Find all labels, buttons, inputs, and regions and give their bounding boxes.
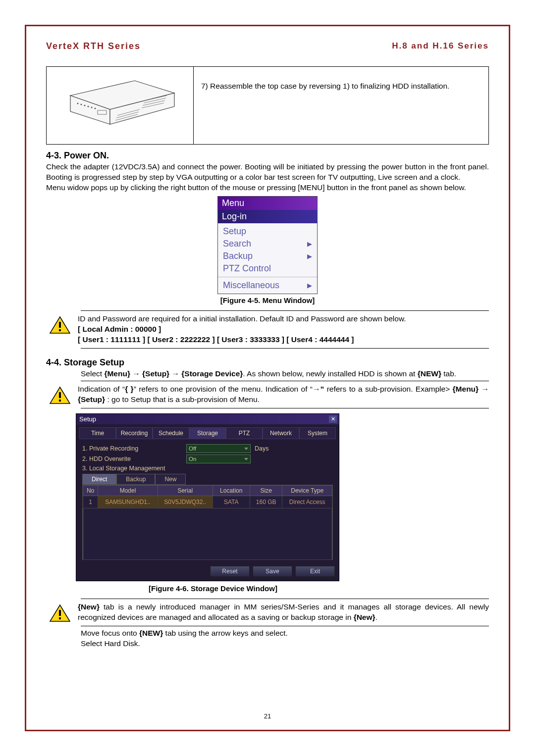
cell: Direct Access: [282, 496, 332, 508]
menu-ptz[interactable]: PTZ Control: [222, 262, 313, 275]
header-left: VerteX RTH Series: [46, 41, 141, 51]
svg-rect-22: [59, 400, 61, 402]
opt-private-recording: 1. Private Recording: [82, 445, 186, 452]
svg-rect-25: [59, 617, 61, 619]
menu-backup[interactable]: Backup▶: [222, 250, 313, 262]
tab-system[interactable]: System: [299, 427, 336, 439]
section-4-4-title: 4-4. Storage Setup: [46, 357, 489, 368]
tab-time[interactable]: Time: [79, 427, 116, 439]
svg-rect-19: [59, 329, 61, 331]
reset-button[interactable]: Reset: [210, 566, 250, 577]
close-icon[interactable]: ✕: [329, 415, 337, 423]
note1-l2: [ Local Admin : 00000 ]: [78, 325, 161, 333]
table-row[interactable]: 1 SAMSUNGHD1.. S0V5JDWQ32.. SATA 160 GB …: [83, 496, 332, 508]
subtab-new[interactable]: New: [155, 474, 186, 485]
opt-hdd-overwrite: 2. HDD Overwrite: [82, 455, 186, 462]
cell: SATA: [213, 496, 250, 508]
exit-button[interactable]: Exit: [295, 566, 335, 577]
menu-window: Menu Log-in Setup Search▶ Backup▶ PTZ Co…: [217, 196, 318, 294]
dd-value: Off: [189, 445, 196, 453]
section-4-3-title: 4-3. Power ON.: [46, 151, 489, 161]
note2-text: Indication of “{ }” refers to one provis…: [78, 384, 489, 405]
svg-rect-18: [59, 322, 61, 328]
note1-l1: ID and Password are required for a initi…: [78, 314, 406, 323]
caution-icon: [49, 386, 71, 405]
chevron-right-icon: ▶: [307, 252, 312, 260]
menu-login[interactable]: Log-in: [218, 210, 317, 223]
subtab-backup[interactable]: Backup: [116, 474, 155, 485]
menu-search-label: Search: [223, 239, 251, 249]
svg-point-10: [77, 103, 79, 104]
caution-icon: [49, 316, 71, 335]
tail-l2: Select Hard Disk.: [81, 639, 489, 649]
page-number: 21: [26, 712, 509, 720]
save-button[interactable]: Save: [253, 566, 292, 577]
menu-search[interactable]: Search▶: [222, 238, 313, 250]
step-7-text: 7) Reassemble the top case by reversing …: [194, 67, 488, 144]
svg-point-13: [88, 106, 89, 107]
chevron-down-icon: [244, 448, 248, 450]
menu-header: Menu: [218, 197, 317, 210]
menu-misc-label: Miscellaneous: [223, 280, 279, 291]
svg-point-12: [84, 105, 86, 106]
figure-4-5-caption: [Figure 4-5. Menu Window]: [46, 296, 489, 304]
dvr-illustration: [60, 71, 179, 140]
tail-l1: Move focus onto {NEW} tab using the arro…: [81, 628, 489, 639]
svg-point-15: [95, 108, 96, 109]
col-model: Model: [98, 486, 158, 496]
note3-text: {New} tab is a newly introduced manager …: [78, 602, 489, 623]
menu-setup-label: Setup: [223, 226, 246, 237]
caution-icon: [49, 604, 71, 623]
tab-storage[interactable]: Storage: [189, 427, 226, 439]
menu-misc[interactable]: Miscellaneous▶: [222, 279, 313, 292]
cell: SAMSUNGHD1..: [98, 496, 158, 508]
opt-local-storage: 3. Local Storage Management: [82, 465, 165, 472]
header-right: H.8 and H.16 Series: [392, 41, 489, 51]
svg-point-11: [81, 104, 82, 105]
dd-value: On: [189, 455, 196, 463]
tab-network[interactable]: Network: [263, 427, 299, 439]
setup-title: Setup: [79, 415, 96, 423]
note1-l3: [ User1 : 1111111 ] [ User2 : 2222222 ] …: [78, 335, 354, 344]
cell: 1: [83, 496, 98, 508]
svg-rect-24: [59, 610, 61, 616]
svg-rect-21: [59, 392, 61, 398]
menu-ptz-label: PTZ Control: [223, 263, 271, 274]
chevron-down-icon: [244, 458, 248, 460]
cell: S0V5JDWQ32..: [158, 496, 213, 508]
col-serial: Serial: [158, 486, 213, 496]
days-label: Days: [255, 445, 268, 452]
menu-backup-label: Backup: [223, 251, 253, 261]
hdd-overwrite-dropdown[interactable]: On: [186, 454, 251, 463]
col-no: No: [83, 486, 98, 496]
col-location: Location: [213, 486, 250, 496]
section-4-3-body: Check the adapter (12VDC/3.5A) and conne…: [46, 162, 489, 183]
menu-setup[interactable]: Setup: [222, 225, 313, 238]
col-devtype: Device Type: [282, 486, 332, 496]
setup-window: Setup✕ Time Recording Schedule Storage P…: [76, 413, 339, 581]
subtab-direct[interactable]: Direct: [82, 474, 116, 485]
tab-recording[interactable]: Recording: [116, 427, 153, 439]
tab-ptz[interactable]: PTZ: [226, 427, 263, 439]
svg-point-14: [91, 107, 93, 108]
section-4-3-body2: Menu widow pops up by clicking the right…: [46, 183, 489, 193]
private-recording-dropdown[interactable]: Off: [186, 444, 251, 453]
chevron-right-icon: ▶: [307, 282, 312, 289]
cell: 160 GB: [250, 496, 282, 508]
chevron-right-icon: ▶: [307, 240, 312, 248]
section-4-4-body: Select {Menu} → {Setup} → {Storage Devic…: [81, 369, 489, 379]
storage-table: No Model Serial Location Size Device Typ…: [83, 485, 332, 560]
tab-schedule[interactable]: Schedule: [153, 427, 189, 439]
figure-4-6-caption: [Figure 4-6. Storage Device Window]: [0, 584, 489, 593]
col-size: Size: [250, 486, 282, 496]
